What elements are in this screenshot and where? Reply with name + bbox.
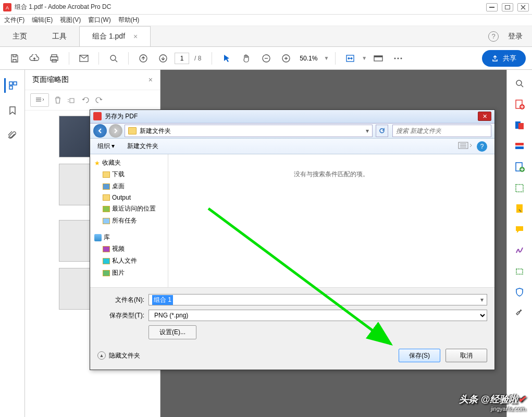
export-pdf-icon[interactable] bbox=[513, 140, 526, 152]
filetype-select[interactable]: PNG (*.png) bbox=[149, 310, 487, 321]
menu-file[interactable]: 文件(F) bbox=[4, 16, 24, 24]
svg-rect-15 bbox=[374, 56, 382, 57]
refresh-button[interactable] bbox=[376, 125, 388, 137]
filename-input[interactable]: 组合 1▾ bbox=[149, 294, 487, 305]
zoom-level[interactable]: 50.1% bbox=[298, 54, 319, 63]
thumb-panel-close-icon[interactable]: × bbox=[149, 76, 153, 84]
tree-pictures[interactable]: 图片 bbox=[94, 267, 164, 279]
dialog-help-icon[interactable]: ? bbox=[477, 141, 487, 152]
thumbnails-rail-icon[interactable] bbox=[4, 78, 19, 93]
address-dropdown-icon[interactable]: ▾ bbox=[366, 127, 369, 134]
svg-rect-20 bbox=[14, 82, 17, 85]
tab-document[interactable]: 组合 1.pdf × bbox=[79, 26, 151, 46]
search-icon[interactable] bbox=[105, 50, 122, 67]
thumb-tools bbox=[25, 90, 160, 111]
close-button[interactable] bbox=[517, 3, 529, 11]
email-icon[interactable] bbox=[76, 50, 92, 67]
fill-sign-icon[interactable] bbox=[513, 202, 526, 215]
tab-close-icon[interactable]: × bbox=[133, 32, 138, 41]
hand-tool-icon[interactable] bbox=[238, 50, 255, 67]
tree-videos[interactable]: 视频 bbox=[94, 243, 164, 255]
more-tools-icon[interactable] bbox=[513, 306, 526, 319]
zoom-dropdown-icon[interactable]: ▼ bbox=[324, 55, 329, 61]
create-pdf-icon[interactable] bbox=[513, 98, 526, 111]
tree-downloads[interactable]: 下载 bbox=[94, 168, 164, 180]
dialog-file-list[interactable]: 没有与搜索条件匹配的项。 bbox=[168, 154, 494, 287]
save-icon[interactable] bbox=[6, 50, 23, 67]
svg-rect-28 bbox=[515, 143, 524, 145]
optimize-icon[interactable] bbox=[513, 265, 526, 277]
tree-all-tasks[interactable]: 所有任务 bbox=[94, 215, 164, 227]
star-icon: ★ bbox=[94, 160, 100, 167]
read-mode-icon[interactable] bbox=[370, 50, 387, 67]
organize-button[interactable]: 组织 ▾ bbox=[97, 142, 115, 151]
zoom-out-icon[interactable] bbox=[258, 50, 275, 67]
address-bar[interactable]: 新建文件夹 ▾ bbox=[125, 125, 373, 137]
tree-desktop[interactable]: 桌面 bbox=[94, 180, 164, 192]
print-icon[interactable] bbox=[46, 50, 63, 67]
menu-window[interactable]: 窗口(W) bbox=[88, 16, 110, 24]
tree-output[interactable]: Output bbox=[94, 192, 164, 203]
nav-back-button[interactable] bbox=[93, 124, 107, 138]
zoom-in-icon[interactable] bbox=[278, 50, 294, 67]
cloud-upload-icon[interactable] bbox=[26, 50, 43, 67]
dialog-toolbar: 组织 ▾ 新建文件夹 ? bbox=[90, 139, 494, 154]
selection-tool-icon[interactable] bbox=[218, 50, 235, 67]
page-number-input[interactable] bbox=[175, 53, 189, 64]
bookmark-rail-icon[interactable] bbox=[5, 103, 20, 118]
protect-icon[interactable] bbox=[513, 286, 526, 298]
tree-recent[interactable]: 最近访问的位置 bbox=[94, 203, 164, 215]
tree-libraries[interactable]: 库 bbox=[94, 232, 164, 243]
search-right-icon[interactable] bbox=[513, 77, 526, 90]
dialog-sidebar[interactable]: ★收藏夹 下载 桌面 Output 最近访问的位置 所有任务 库 视频 私人文件… bbox=[90, 154, 168, 287]
edit-pdf-icon[interactable] bbox=[513, 119, 526, 131]
tab-home[interactable]: 主页 bbox=[0, 26, 40, 46]
prev-page-icon[interactable] bbox=[135, 50, 152, 67]
rotate-thumb-icon[interactable] bbox=[67, 96, 76, 104]
menubar: 文件(F) 编辑(E) 视图(V) 窗口(W) 帮助(H) bbox=[0, 15, 532, 26]
share-button[interactable]: 共享 bbox=[482, 50, 526, 67]
more-icon[interactable] bbox=[390, 50, 406, 67]
comment-icon[interactable] bbox=[513, 223, 526, 236]
fit-dropdown-icon[interactable]: ▼ bbox=[362, 55, 367, 61]
toolbar: / 8 50.1% ▼ ▼ 共享 bbox=[0, 47, 532, 70]
thumb-options-dropdown[interactable] bbox=[30, 93, 49, 107]
svg-text:A: A bbox=[6, 5, 9, 10]
new-folder-button[interactable]: 新建文件夹 bbox=[127, 142, 158, 151]
rotate-left-thumb-icon[interactable] bbox=[81, 96, 90, 104]
help-icon[interactable]: ? bbox=[488, 31, 499, 42]
save-button[interactable]: 保存(S) bbox=[399, 349, 440, 362]
view-mode-icon[interactable] bbox=[458, 141, 473, 152]
maximize-button[interactable] bbox=[502, 3, 513, 11]
rotate-right-thumb-icon[interactable] bbox=[95, 96, 103, 104]
hide-folders-toggle[interactable]: ▲ 隐藏文件夹 bbox=[97, 351, 140, 360]
tree-personal[interactable]: 私人文件 bbox=[94, 255, 164, 267]
menu-edit[interactable]: 编辑(E) bbox=[32, 16, 53, 24]
pdf-dialog-icon bbox=[93, 112, 102, 120]
svg-rect-19 bbox=[9, 82, 13, 85]
settings-button[interactable]: 设置(E)... bbox=[149, 325, 196, 339]
organize-pages-icon[interactable] bbox=[513, 161, 526, 173]
fit-width-icon[interactable] bbox=[342, 50, 358, 67]
delete-thumb-icon[interactable] bbox=[54, 96, 61, 104]
next-page-icon[interactable] bbox=[155, 50, 171, 67]
watermark-main: 头条 @经验啦 bbox=[459, 394, 518, 404]
search-input[interactable] bbox=[392, 125, 491, 137]
save-as-dialog: 另存为 PDF ✕ 新建文件夹 ▾ 组织 ▾ 新建文件夹 ? ★收藏夹 下载 桌… bbox=[90, 109, 495, 370]
menu-view[interactable]: 视图(V) bbox=[60, 16, 81, 24]
tree-favorites[interactable]: ★收藏夹 bbox=[94, 157, 164, 168]
chevron-up-icon: ▲ bbox=[97, 351, 106, 360]
dialog-close-button[interactable]: ✕ bbox=[478, 112, 491, 121]
watermark: 头条 @经验啦✔ jingyanla.com bbox=[459, 393, 526, 412]
cancel-button[interactable]: 取消 bbox=[446, 349, 487, 362]
minimize-button[interactable] bbox=[486, 3, 498, 11]
attachment-rail-icon[interactable] bbox=[5, 128, 20, 143]
sign-icon[interactable] bbox=[513, 244, 526, 256]
tab-tools[interactable]: 工具 bbox=[40, 26, 79, 46]
menu-help[interactable]: 帮助(H) bbox=[118, 16, 140, 24]
login-link[interactable]: 登录 bbox=[508, 32, 523, 41]
filename-label: 文件名(N): bbox=[97, 296, 144, 304]
compress-icon[interactable] bbox=[513, 181, 526, 194]
nav-forward-button[interactable] bbox=[109, 124, 122, 138]
dialog-titlebar[interactable]: 另存为 PDF ✕ bbox=[90, 110, 494, 124]
